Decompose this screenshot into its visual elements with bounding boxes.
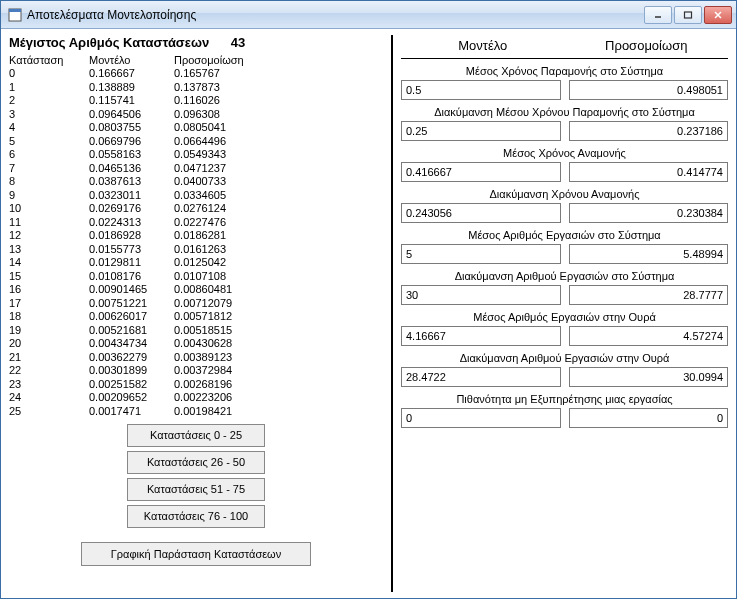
cell-model: 0.138889 — [89, 81, 174, 95]
metric-model-value[interactable] — [401, 285, 561, 305]
window-title: Αποτελέσματα Μοντελοποίησης — [27, 8, 642, 22]
metric-model-value[interactable] — [401, 244, 561, 264]
metric-sim-value[interactable] — [569, 326, 729, 346]
cell-sim: 0.00712079 — [174, 297, 259, 311]
cell-state: 10 — [9, 202, 89, 216]
maximize-button[interactable] — [674, 6, 702, 24]
cell-sim: 0.0125042 — [174, 256, 259, 270]
cell-sim: 0.00389123 — [174, 351, 259, 365]
cell-sim: 0.0276124 — [174, 202, 259, 216]
cell-sim: 0.0805041 — [174, 121, 259, 135]
metric-sim-value[interactable] — [569, 285, 729, 305]
metric-label: Διακύμανση Αριθμού Εργασιών στην Ουρά — [401, 352, 728, 364]
metric-label: Διακύμανση Χρόνου Αναμονής — [401, 188, 728, 200]
metric-label: Μέσος Χρόνος Αναμονής — [401, 147, 728, 159]
metric-fields — [401, 408, 728, 428]
metric-block: Πιθανότητα μη Εξυπηρέτησης μιας εργασίας — [401, 393, 728, 428]
metric-model-value[interactable] — [401, 408, 561, 428]
cell-model: 0.0129811 — [89, 256, 174, 270]
cell-model: 0.00362279 — [89, 351, 174, 365]
table-row: 150.01081760.0107108 — [9, 270, 259, 284]
chart-button[interactable]: Γραφική Παράσταση Καταστάσεων — [81, 542, 311, 566]
cell-model: 0.00434734 — [89, 337, 174, 351]
metric-model-value[interactable] — [401, 162, 561, 182]
cell-state: 8 — [9, 175, 89, 189]
cell-state: 17 — [9, 297, 89, 311]
table-row: 240.002096520.00223206 — [9, 391, 259, 405]
metric-fields — [401, 326, 728, 346]
left-panel: Μέγιστος Αριθμός Καταστάσεων 43 Κατάστασ… — [1, 29, 391, 598]
cell-sim: 0.0227476 — [174, 216, 259, 230]
table-row: 50.06697960.0664496 — [9, 135, 259, 149]
table-row: 40.08037550.0805041 — [9, 121, 259, 135]
metric-fields — [401, 244, 728, 264]
table-row: 90.03230110.0334605 — [9, 189, 259, 203]
metric-sim-value[interactable] — [569, 244, 729, 264]
cell-model: 0.00901465 — [89, 283, 174, 297]
cell-model: 0.0269176 — [89, 202, 174, 216]
metric-block: Μέσος Χρόνος Αναμονής — [401, 147, 728, 182]
cell-state: 2 — [9, 94, 89, 108]
metric-label: Διακύμανση Μέσου Χρόνου Παραμονής στο Σύ… — [401, 106, 728, 118]
svg-rect-3 — [685, 12, 692, 18]
right-header-row: Μοντέλο Προσομοίωση — [401, 33, 728, 59]
metric-sim-value[interactable] — [569, 408, 729, 428]
cell-sim: 0.0107108 — [174, 270, 259, 284]
cell-model: 0.0108176 — [89, 270, 174, 284]
metric-block: Διακύμανση Αριθμού Εργασιών στην Ουρά — [401, 352, 728, 387]
metric-block: Διακύμανση Αριθμού Εργασιών στο Σύστημα — [401, 270, 728, 305]
cell-sim: 0.00372984 — [174, 364, 259, 378]
close-button[interactable] — [704, 6, 732, 24]
cell-model: 0.0387613 — [89, 175, 174, 189]
states-76-100-button[interactable]: Καταστάσεις 76 - 100 — [127, 505, 265, 528]
cell-sim: 0.0334605 — [174, 189, 259, 203]
cell-model: 0.00251582 — [89, 378, 174, 392]
cell-state: 6 — [9, 148, 89, 162]
minimize-button[interactable] — [644, 6, 672, 24]
metric-model-value[interactable] — [401, 326, 561, 346]
metric-block: Διακύμανση Μέσου Χρόνου Παραμονής στο Σύ… — [401, 106, 728, 141]
table-row: 30.09645060.096308 — [9, 108, 259, 122]
table-row: 140.01298110.0125042 — [9, 256, 259, 270]
cell-model: 0.0964506 — [89, 108, 174, 122]
cell-sim: 0.0549343 — [174, 148, 259, 162]
content-area: Μέγιστος Αριθμός Καταστάσεων 43 Κατάστασ… — [1, 29, 736, 598]
col-header-model: Μοντέλο — [89, 54, 174, 67]
cell-sim: 0.00860481 — [174, 283, 259, 297]
cell-sim: 0.0471237 — [174, 162, 259, 176]
metric-model-value[interactable] — [401, 121, 561, 141]
table-row: 180.006260170.00571812 — [9, 310, 259, 324]
cell-model: 0.115741 — [89, 94, 174, 108]
svg-rect-1 — [9, 9, 21, 12]
metric-model-value[interactable] — [401, 203, 561, 223]
table-row: 110.02243130.0227476 — [9, 216, 259, 230]
metric-sim-value[interactable] — [569, 203, 729, 223]
metric-block: Μέσος Χρόνος Παραμονής στο Σύστημα — [401, 65, 728, 100]
table-row: 130.01557730.0161263 — [9, 243, 259, 257]
max-states-heading: Μέγιστος Αριθμός Καταστάσεων 43 — [9, 35, 383, 50]
cell-sim: 0.137873 — [174, 81, 259, 95]
cell-model: 0.0465136 — [89, 162, 174, 176]
metric-sim-value[interactable] — [569, 367, 729, 387]
metric-sim-value[interactable] — [569, 80, 729, 100]
col-header-state: Κατάσταση — [9, 54, 89, 67]
metric-model-value[interactable] — [401, 80, 561, 100]
metric-sim-value[interactable] — [569, 121, 729, 141]
states-26-50-button[interactable]: Καταστάσεις 26 - 50 — [127, 451, 265, 474]
cell-sim: 0.00268196 — [174, 378, 259, 392]
table-row: 80.03876130.0400733 — [9, 175, 259, 189]
metric-label: Διακύμανση Αριθμού Εργασιών στο Σύστημα — [401, 270, 728, 282]
metric-sim-value[interactable] — [569, 162, 729, 182]
cell-sim: 0.00571812 — [174, 310, 259, 324]
metric-label: Μέσος Αριθμός Εργασιών στην Ουρά — [401, 311, 728, 323]
metric-model-value[interactable] — [401, 367, 561, 387]
table-row: 200.004347340.00430628 — [9, 337, 259, 351]
metric-fields — [401, 162, 728, 182]
states-51-75-button[interactable]: Καταστάσεις 51 - 75 — [127, 478, 265, 501]
cell-sim: 0.00223206 — [174, 391, 259, 405]
cell-state: 18 — [9, 310, 89, 324]
table-row: 230.002515820.00268196 — [9, 378, 259, 392]
table-row: 220.003018990.00372984 — [9, 364, 259, 378]
states-0-25-button[interactable]: Καταστάσεις 0 - 25 — [127, 424, 265, 447]
cell-model: 0.00521681 — [89, 324, 174, 338]
